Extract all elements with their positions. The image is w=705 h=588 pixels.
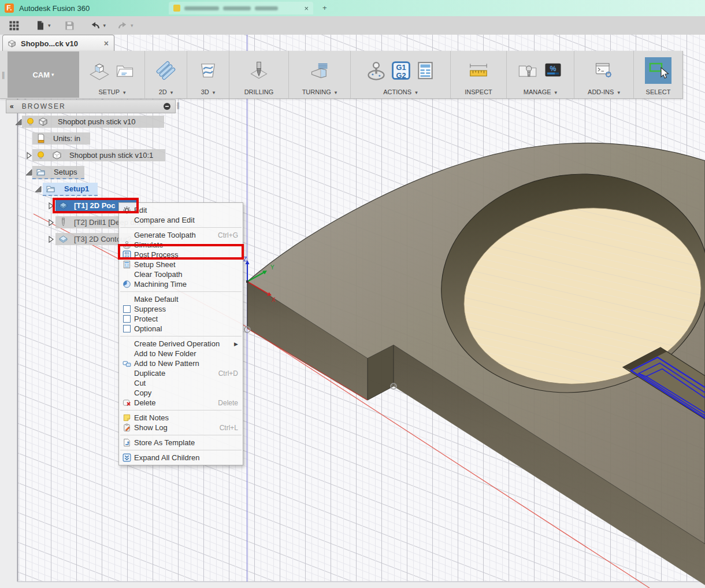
tree-item-setups[interactable]: Setups: [0, 165, 248, 179]
ribbon-grip[interactable]: ∥: [0, 51, 7, 98]
setup-sheet-icon[interactable]: [415, 61, 435, 80]
menu-item-show-log[interactable]: Show LogCtrl+L: [119, 423, 243, 432]
menu-item-expand-all-children[interactable]: Expand All Children: [119, 453, 243, 463]
checkbox-icon[interactable]: [123, 315, 131, 323]
ribbon-group-manage: % MANAGE ▾: [507, 51, 574, 98]
browser-resize-grip[interactable]: ∥: [176, 101, 180, 109]
tree-item-root[interactable]: Shopbot push stick v10: [0, 115, 248, 129]
2d-toolpath-icon[interactable]: [155, 60, 176, 81]
menu-item-label: Add to New Folder: [134, 349, 196, 358]
ribbon-group-2d: 2D ▾: [145, 51, 187, 98]
new-file-button[interactable]: ▾: [35, 20, 51, 31]
menu-item-compare-and-edit[interactable]: Compare and Edit: [119, 215, 243, 225]
ribbon-group-actions: ACTIONS ▾: [351, 51, 451, 98]
menu-item-label: Cut: [134, 379, 146, 387]
browser-minimize-button[interactable]: [164, 103, 170, 110]
tool-library-icon[interactable]: [517, 60, 538, 81]
drilling-icon[interactable]: [248, 60, 269, 81]
new-file-dropdown-icon[interactable]: ▾: [48, 23, 51, 28]
new-setup-icon[interactable]: [89, 60, 110, 81]
document-tab-close-icon[interactable]: ×: [104, 39, 109, 48]
cube-icon: [8, 39, 16, 48]
tree-item-setup1[interactable]: Setup1: [0, 182, 248, 196]
submenu-arrow-icon: ▶: [234, 341, 238, 347]
checkbox-icon[interactable]: [123, 325, 131, 332]
ribbon-group-label-manage[interactable]: MANAGE ▾: [524, 87, 557, 97]
post-process-icon[interactable]: [391, 61, 411, 80]
ribbon-group-label-3d[interactable]: 3D ▾: [201, 87, 216, 97]
tree-item-label: Shopbot push stick v10:1: [69, 151, 153, 160]
ribbon-group-3d: 3D ▾: [187, 51, 229, 98]
ribbon-group-label-inspect[interactable]: INSPECT: [465, 87, 492, 97]
redo-dropdown-icon[interactable]: ▾: [131, 23, 133, 28]
delete-icon: [123, 398, 131, 407]
menu-separator: [120, 227, 242, 228]
setup-folder-icon[interactable]: [114, 60, 135, 81]
menu-item-edit-notes[interactable]: Edit Notes: [119, 413, 243, 423]
ribbon-group-label-actions[interactable]: ACTIONS ▾: [383, 87, 418, 97]
menu-item-optional[interactable]: Optional: [119, 324, 243, 334]
workspace-selector[interactable]: CAM▾: [8, 51, 79, 98]
menu-item-clear-toolpath[interactable]: Clear Toolpath: [119, 269, 243, 279]
menu-item-store-as-template[interactable]: Store As Template: [119, 438, 243, 448]
redo-button[interactable]: ▾: [116, 20, 133, 31]
menu-item-delete[interactable]: DeleteDelete: [119, 398, 243, 408]
add-ins-icon[interactable]: [593, 60, 614, 81]
viewport: Z Y X Shopbo...ck v10 × ∥ CAM▾ SETUP ▾ 2…: [0, 35, 705, 588]
undo-dropdown-icon[interactable]: ▾: [103, 23, 106, 28]
menu-item-duplicate[interactable]: DuplicateCtrl+D: [119, 368, 243, 378]
select-button[interactable]: [645, 57, 671, 84]
ribbon-group-inspect: INSPECT: [451, 51, 507, 98]
visibility-bulb-icon[interactable]: [36, 150, 46, 160]
background-tab-close-icon: ×: [304, 4, 309, 13]
ribbon-group-label-drilling[interactable]: DRILLING: [244, 87, 274, 97]
menu-item-label: Compare and Edit: [134, 216, 195, 224]
menu-item-suppress[interactable]: Suppress: [119, 304, 243, 314]
turning-icon[interactable]: [309, 60, 330, 81]
tree-item-units[interactable]: Units: in: [0, 132, 248, 146]
menu-item-label: Edit Notes: [134, 413, 169, 422]
menu-item-generate-toolpath[interactable]: Generate ToolpathCtrl+G: [119, 230, 243, 240]
menu-item-copy[interactable]: Copy: [119, 388, 243, 398]
feeds-speeds-icon[interactable]: %: [543, 60, 563, 81]
menu-item-add-to-new-folder[interactable]: Add to New Folder: [119, 349, 243, 358]
app-grid-button[interactable]: [8, 20, 20, 31]
folder-icon: [36, 167, 46, 177]
menu-item-add-to-new-pattern[interactable]: Add to New Pattern: [119, 358, 243, 368]
expand-arrow-icon[interactable]: [24, 151, 34, 160]
checkbox-icon[interactable]: [123, 305, 131, 313]
menu-item-protect[interactable]: Protect: [119, 314, 243, 324]
menu-item-label: Make Default: [134, 295, 179, 304]
collapse-browser-icon[interactable]: «: [10, 102, 14, 110]
expand-arrow-icon[interactable]: [46, 235, 55, 244]
menu-item-setup-sheet[interactable]: Setup Sheet: [119, 260, 243, 269]
ribbon-group-label-addins[interactable]: ADD-INS ▾: [588, 87, 620, 97]
ribbon-group-label-2d[interactable]: 2D ▾: [159, 87, 173, 97]
save-button[interactable]: [64, 20, 75, 31]
document-tab[interactable]: Shopbo...ck v10 ×: [2, 35, 114, 51]
browser-panel-header[interactable]: « BROWSER: [6, 99, 176, 113]
menu-item-make-default[interactable]: Make Default: [119, 294, 243, 304]
x-axis-label: X: [272, 297, 276, 303]
document-tab-label: Shopbo...ck v10: [21, 39, 78, 48]
expand-arrow-icon[interactable]: [46, 218, 55, 227]
collapse-arrow-icon[interactable]: [34, 184, 43, 194]
undo-button[interactable]: ▾: [89, 20, 106, 31]
menu-item-machining-time[interactable]: Machining Time: [119, 279, 243, 289]
quick-access-toolbar: ▾ ▾ ▾: [0, 16, 705, 35]
collapse-arrow-icon[interactable]: [24, 168, 34, 177]
menu-item-create-derived-operation[interactable]: Create Derived Operation▶: [119, 339, 243, 349]
select-cursor-icon: [647, 59, 670, 82]
toolpath-icon: [123, 231, 131, 239]
ribbon-group-label-setup[interactable]: SETUP ▾: [98, 87, 125, 97]
ribbon-group-label-select[interactable]: SELECT: [646, 87, 671, 97]
ribbon-group-label-turning[interactable]: TURNING ▾: [302, 87, 337, 97]
measure-ruler-icon[interactable]: [467, 60, 489, 82]
collapse-arrow-icon[interactable]: [14, 117, 23, 127]
menu-item-cut[interactable]: Cut: [119, 378, 243, 388]
visibility-bulb-icon[interactable]: [25, 117, 35, 127]
log-icon: [123, 423, 131, 432]
simulate-icon[interactable]: [366, 60, 387, 81]
tree-item-comp[interactable]: Shopbot push stick v10:1: [0, 149, 248, 162]
3d-toolpath-icon[interactable]: [198, 60, 218, 81]
